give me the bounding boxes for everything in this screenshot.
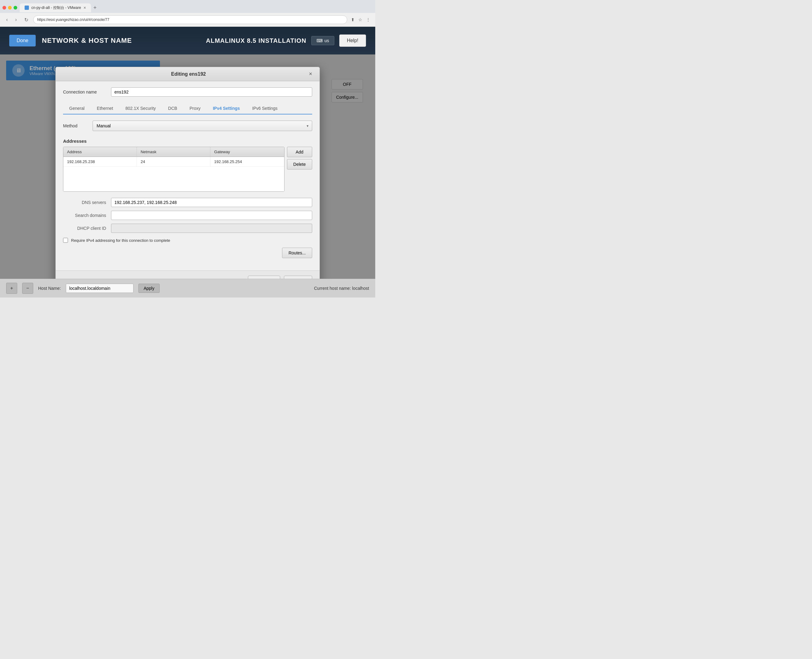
addresses-table: Address Netmask Gateway 192.168.25.238 2… <box>63 147 285 192</box>
dhcp-row: DHCP client ID <box>63 224 312 233</box>
reload-button[interactable]: ↻ <box>22 16 31 24</box>
bg-panel: 🖥 Ethernet (ens192) VMware VMXN... OFF C… <box>0 54 375 298</box>
done-button[interactable]: Done <box>9 35 36 46</box>
window-controls <box>2 6 17 9</box>
cell-address: 192.168.25.238 <box>63 157 137 166</box>
table-empty-space <box>63 167 284 191</box>
dhcp-client-input[interactable] <box>111 224 312 233</box>
keyboard-label: us <box>324 38 329 43</box>
os-title: ALMALINUX 8.5 INSTALLATION <box>206 37 306 44</box>
search-domains-input[interactable] <box>111 211 312 220</box>
dns-input[interactable] <box>111 198 312 207</box>
col-gateway: Gateway <box>210 147 284 157</box>
add-connection-button[interactable]: + <box>6 283 17 294</box>
back-button[interactable]: ‹ <box>4 16 10 24</box>
dialog-tabs: General Ethernet 802.1X Security DCB Pro <box>63 103 312 114</box>
dialog-close-button[interactable]: × <box>308 71 313 77</box>
apply-button[interactable]: Apply <box>138 284 160 293</box>
tab-ethernet[interactable]: Ethernet <box>91 103 120 114</box>
tab-8021x[interactable]: 802.1X Security <box>120 103 162 114</box>
nav-icons: ⬆ ☆ ⋮ <box>350 16 371 24</box>
header-right: ALMALINUX 8.5 INSTALLATION ⌨ us Help! <box>206 35 366 47</box>
cell-gateway: 192.168.25.254 <box>210 157 284 166</box>
method-label: Method <box>63 123 88 128</box>
keyboard-indicator[interactable]: ⌨ us <box>311 36 334 45</box>
method-row: Method Manual Automatic (DHCP) Link-Loca… <box>63 121 312 131</box>
main-content: Done NETWORK & HOST NAME ALMALINUX 8.5 I… <box>0 27 375 298</box>
tab-bar: cn-py-dl-a8 - 控制台 - VMware × + <box>0 0 375 13</box>
remove-connection-button[interactable]: − <box>22 283 33 294</box>
search-domains-label: Search domains <box>63 213 106 218</box>
dialog-title-bar: Editing ens192 × <box>56 67 319 81</box>
tab-proxy[interactable]: Proxy <box>183 103 207 114</box>
share-icon[interactable]: ⬆ <box>350 16 356 24</box>
install-header: Done NETWORK & HOST NAME ALMALINUX 8.5 I… <box>0 27 375 54</box>
require-ipv4-checkbox[interactable] <box>63 238 68 243</box>
address-bar[interactable] <box>33 16 347 24</box>
connection-name-input[interactable] <box>111 87 312 96</box>
tab-general[interactable]: General <box>63 103 91 114</box>
addresses-section: Addresses Address Netmask Gateway 192.16… <box>63 139 312 192</box>
table-header: Address Netmask Gateway <box>63 147 284 157</box>
header-left: Done NETWORK & HOST NAME <box>9 35 132 46</box>
require-ipv4-label: Require IPv4 addressing for this connect… <box>71 238 170 243</box>
method-select-wrapper: Manual Automatic (DHCP) Link-Local Only … <box>93 121 312 131</box>
dialog-body: Connection name General Ethernet 802.1X … <box>56 81 319 270</box>
screen-title: NETWORK & HOST NAME <box>42 36 132 45</box>
tab-title: cn-py-dl-a8 - 控制台 - VMware <box>31 5 81 11</box>
address-buttons: Add Delete <box>287 147 312 192</box>
bottom-bar: + − Host Name: Apply Current host name: … <box>0 279 375 298</box>
tab-ipv4[interactable]: IPv4 Settings <box>207 103 246 114</box>
host-name-input[interactable] <box>66 284 134 293</box>
nav-bar: ‹ › ↻ ⬆ ☆ ⋮ <box>0 13 375 27</box>
add-address-button[interactable]: Add <box>287 147 312 157</box>
dns-row: DNS servers <box>63 198 312 207</box>
connection-name-row: Connection name <box>63 87 312 96</box>
delete-address-button[interactable]: Delete <box>287 159 312 170</box>
extension-icon[interactable]: ⋮ <box>365 16 371 24</box>
active-tab[interactable]: cn-py-dl-a8 - 控制台 - VMware × <box>20 3 91 12</box>
routes-row: Routes... <box>63 248 312 258</box>
tab-favicon <box>25 6 29 10</box>
close-window-dot[interactable] <box>2 6 6 9</box>
browser-chrome: cn-py-dl-a8 - 控制台 - VMware × + ‹ › ↻ ⬆ ☆… <box>0 0 375 27</box>
new-tab-button[interactable]: + <box>91 5 99 11</box>
search-domains-row: Search domains <box>63 211 312 220</box>
editing-dialog: Editing ens192 × Connection name General <box>55 67 320 293</box>
current-host-label: Current host name: localhost <box>314 286 369 291</box>
addresses-table-wrapper: Address Netmask Gateway 192.168.25.238 2… <box>63 147 312 192</box>
dialog-overlay: Editing ens192 × Connection name General <box>0 54 375 298</box>
tab-ipv6[interactable]: IPv6 Settings <box>246 103 284 114</box>
routes-button[interactable]: Routes... <box>282 248 312 258</box>
addresses-title: Addresses <box>63 139 312 143</box>
cell-netmask: 24 <box>137 157 210 166</box>
tab-dcb[interactable]: DCB <box>162 103 184 114</box>
dialog-title: Editing ens192 <box>69 71 308 77</box>
col-netmask: Netmask <box>137 147 210 157</box>
connection-name-label: Connection name <box>63 90 106 95</box>
dns-label: DNS servers <box>63 200 106 205</box>
host-name-label: Host Name: <box>38 286 61 291</box>
dhcp-label: DHCP client ID <box>63 226 106 231</box>
minimize-window-dot[interactable] <box>8 6 12 9</box>
help-button[interactable]: Help! <box>339 35 366 47</box>
method-select[interactable]: Manual Automatic (DHCP) Link-Local Only … <box>93 121 312 131</box>
keyboard-icon: ⌨ <box>316 38 323 43</box>
maximize-window-dot[interactable] <box>14 6 17 9</box>
require-ipv4-row: Require IPv4 addressing for this connect… <box>63 238 312 243</box>
tab-close-button[interactable]: × <box>83 5 86 10</box>
forward-button[interactable]: › <box>13 16 19 24</box>
col-address: Address <box>63 147 137 157</box>
bookmark-icon[interactable]: ☆ <box>357 16 364 24</box>
table-row[interactable]: 192.168.25.238 24 192.168.25.254 <box>63 157 284 167</box>
